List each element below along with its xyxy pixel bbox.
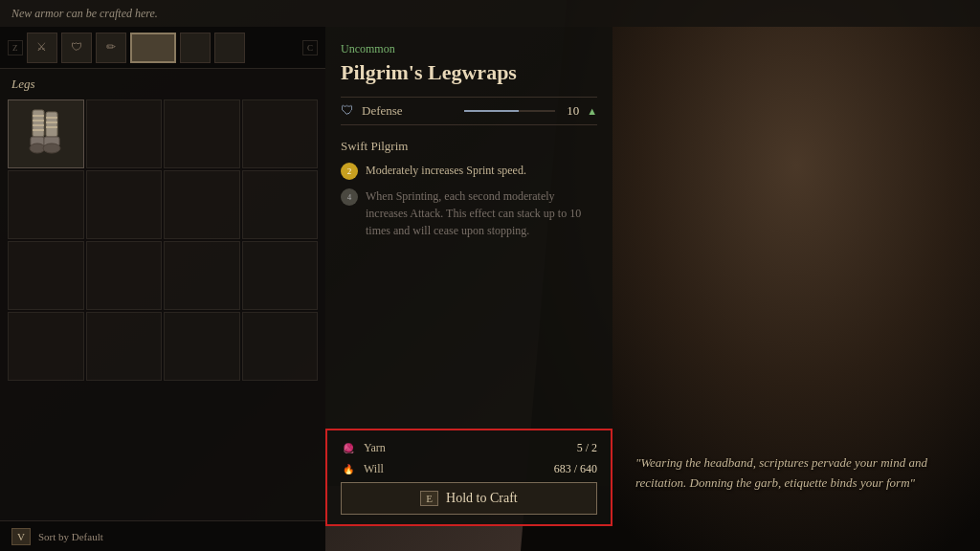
slot-1[interactable]: ⚔ <box>27 33 57 63</box>
will-icon: 🔥 <box>341 461 356 476</box>
grid-cell-3[interactable] <box>164 99 240 168</box>
yarn-label: Yarn <box>364 441 569 455</box>
grid-cell-10[interactable] <box>86 241 163 310</box>
perk-text-2: When Sprinting, each second moderately i… <box>366 187 597 239</box>
svg-point-12 <box>43 143 60 153</box>
item-image <box>20 106 72 162</box>
grid-cell-2[interactable] <box>86 99 163 168</box>
flavor-quote: "Wearing the headband, scriptures pervad… <box>635 453 961 494</box>
sort-key[interactable]: V <box>11 528 31 545</box>
category-label: Legs <box>0 69 325 96</box>
key-c[interactable]: C <box>302 40 318 55</box>
perk-section: Swift Pilgrim 2 Moderately increases Spr… <box>341 139 597 239</box>
stat-row: 🛡 Defense 10 ▲ <box>341 97 597 125</box>
resource-row-1: 🧶 Yarn 5 / 2 <box>341 440 597 455</box>
item-name: Pilgrim's Legwraps <box>341 60 597 85</box>
grid-cell-12[interactable] <box>242 241 319 310</box>
svg-rect-1 <box>46 112 57 137</box>
slot-2[interactable]: 🛡 <box>61 33 92 63</box>
grid-cell-8[interactable] <box>242 170 319 239</box>
resource-row-2: 🔥 Will 683 / 640 <box>341 461 597 476</box>
perk-row-2: 4 When Sprinting, each second moderately… <box>341 187 597 239</box>
grid-cell-14[interactable] <box>86 312 163 381</box>
notification-bar: New armor can be crafted here. <box>0 0 980 27</box>
slot-6[interactable] <box>214 33 245 63</box>
grid-cell-13[interactable] <box>8 312 84 381</box>
will-count: 683 / 640 <box>554 462 597 476</box>
slot-5[interactable] <box>180 33 211 63</box>
craft-key: E <box>420 491 438 506</box>
will-label: Will <box>364 462 546 476</box>
slot-4[interactable] <box>130 33 176 63</box>
stat-bar <box>464 110 555 112</box>
sort-label: Sort by Default <box>38 531 103 542</box>
perk-level-2: 4 <box>347 192 352 202</box>
grid-cell-11[interactable] <box>164 241 240 310</box>
perk-set-name: Swift Pilgrim <box>341 139 597 154</box>
yarn-count: 5 / 2 <box>577 441 597 455</box>
craft-panel: 🧶 Yarn 5 / 2 🔥 Will 683 / 640 E Hold to … <box>325 429 612 526</box>
grid-cell-5[interactable] <box>8 170 84 239</box>
grid-cell-7[interactable] <box>164 170 240 239</box>
stat-name: Defense <box>362 103 453 119</box>
svg-rect-0 <box>33 110 44 137</box>
grid-cell-selected[interactable] <box>8 99 84 168</box>
stat-arrow: ▲ <box>587 105 597 117</box>
grid-cell-4[interactable] <box>242 99 319 168</box>
stat-value: 10 <box>567 103 579 119</box>
quickslots-bar: Z ⚔ 🛡 ✏ C <box>0 27 325 69</box>
left-panel: Z ⚔ 🛡 ✏ C Legs <box>0 27 325 551</box>
notification-text: New armor can be crafted here. <box>11 7 158 21</box>
key-z[interactable]: Z <box>8 40 23 55</box>
perk-icon-2: 4 <box>341 188 358 206</box>
craft-label: Hold to Craft <box>446 491 518 506</box>
defense-icon: 🛡 <box>341 103 354 119</box>
item-rarity: Uncommon <box>341 42 597 56</box>
sort-bar: V Sort by Default <box>0 520 325 551</box>
craft-button[interactable]: E Hold to Craft <box>341 482 597 515</box>
perk-level-1: 2 <box>347 166 352 176</box>
legwrap-icon <box>25 108 67 160</box>
grid-cell-9[interactable] <box>8 241 84 310</box>
perk-icon-1: 2 <box>341 163 358 180</box>
detail-panel: Uncommon Pilgrim's Legwraps 🛡 Defense 10… <box>325 27 612 486</box>
grid-cell-15[interactable] <box>164 312 240 381</box>
grid-cell-6[interactable] <box>86 170 163 239</box>
perk-text-1: Moderately increases Sprint speed. <box>366 162 526 179</box>
slot-3[interactable]: ✏ <box>96 33 126 63</box>
yarn-icon: 🧶 <box>341 440 356 455</box>
armor-grid <box>0 96 325 385</box>
perk-row-1: 2 Moderately increases Sprint speed. <box>341 162 597 180</box>
grid-cell-16[interactable] <box>242 312 319 381</box>
